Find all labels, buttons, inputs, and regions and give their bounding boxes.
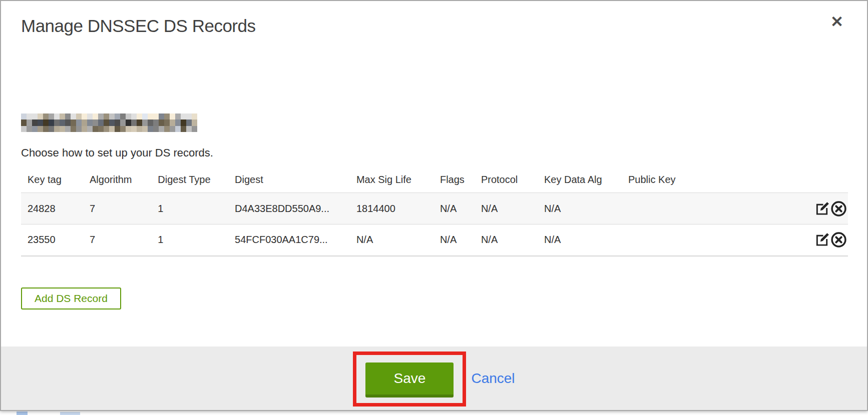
redacted-pixel (142, 126, 148, 132)
cell-protocol: N/A (475, 224, 538, 256)
cell-digest: 54FCF030AA1C79... (228, 224, 350, 256)
page-title: Manage DNSSEC DS Records (21, 16, 255, 36)
redacted-pixel (137, 114, 142, 120)
redacted-pixel (32, 126, 38, 132)
edit-icon (814, 232, 830, 248)
redacted-pixel (153, 114, 159, 120)
redacted-pixel (93, 114, 98, 120)
save-button[interactable]: Save (365, 362, 454, 398)
redacted-pixel (54, 114, 60, 120)
redacted-pixel (104, 114, 109, 120)
column-header-digest-type: Digest Type (151, 168, 228, 193)
save-annotation-highlight: Save (353, 352, 466, 406)
cell-digest: D4A33E8DD550A9... (228, 193, 350, 224)
redacted-pixel (49, 126, 54, 132)
delete-record-button[interactable] (830, 200, 847, 217)
background-page-fragment (17, 412, 28, 415)
column-header-digest: Digest (228, 168, 350, 193)
redacted-pixel (186, 114, 192, 120)
cell-max-sig-life: N/A (350, 224, 433, 256)
cell-key-tag: 24828 (21, 193, 83, 224)
redacted-pixel (175, 114, 181, 120)
redacted-pixel (159, 120, 164, 126)
redacted-pixel (153, 126, 159, 132)
column-header-algorithm: Algorithm (83, 168, 151, 193)
add-ds-record-button[interactable]: Add DS Record (21, 288, 121, 310)
redacted-pixel (98, 114, 104, 120)
redacted-pixel (192, 126, 197, 132)
redacted-pixel (38, 114, 43, 120)
edit-record-button[interactable] (814, 232, 830, 248)
redacted-pixel (142, 120, 148, 126)
redacted-pixel (71, 114, 76, 120)
column-header-public-key: Public Key (622, 168, 798, 193)
redacted-pixel (93, 120, 98, 126)
redacted-pixel (76, 114, 82, 120)
delete-record-button[interactable] (830, 232, 847, 248)
redacted-pixel (71, 126, 76, 132)
redacted-pixel (115, 126, 120, 132)
redacted-pixel (43, 120, 49, 126)
edit-record-button[interactable] (814, 201, 830, 216)
column-header-key-tag: Key tag (21, 168, 83, 193)
redacted-pixel (71, 120, 76, 126)
cell-actions (798, 193, 848, 224)
redacted-pixel (148, 114, 153, 120)
redacted-pixel (21, 126, 27, 132)
table-row: 23550 7 1 54FCF030AA1C79... N/A N/A N/A … (21, 224, 848, 256)
delete-icon (830, 232, 847, 248)
redacted-pixel (175, 120, 181, 126)
cell-digest-type: 1 (151, 224, 228, 256)
redacted-pixel (159, 114, 164, 120)
redacted-pixel (65, 120, 71, 126)
redacted-pixel (137, 120, 142, 126)
cell-digest-type: 1 (151, 193, 228, 224)
redacted-pixel (21, 120, 27, 126)
table-header-row: Key tag Algorithm Digest Type Digest Max… (21, 168, 848, 193)
modal-footer: Save Cancel (1, 346, 867, 410)
redacted-pixel (164, 114, 170, 120)
redacted-pixel (192, 114, 197, 120)
redacted-pixel (115, 120, 120, 126)
redacted-pixel (65, 126, 71, 132)
redacted-pixel (186, 126, 192, 132)
redacted-pixel (32, 114, 38, 120)
redacted-pixel (170, 126, 175, 132)
redacted-pixel (181, 120, 186, 126)
redacted-pixel (164, 120, 170, 126)
cell-flags: N/A (433, 193, 475, 224)
redacted-pixel (109, 126, 115, 132)
close-icon: ✕ (830, 13, 843, 30)
redacted-pixel (175, 126, 181, 132)
redacted-pixel (54, 120, 60, 126)
cell-key-data-alg: N/A (538, 224, 622, 256)
redacted-pixel (159, 126, 164, 132)
redacted-pixel (109, 120, 115, 126)
redacted-pixel (60, 114, 65, 120)
redacted-pixel (87, 120, 93, 126)
redacted-pixel (181, 126, 186, 132)
cell-protocol: N/A (475, 193, 538, 224)
redacted-pixel (87, 126, 93, 132)
redacted-pixel (27, 120, 32, 126)
setup-instructions: Choose how to set up your DS records. (21, 146, 213, 160)
close-button[interactable]: ✕ (828, 13, 846, 31)
cell-public-key (622, 193, 798, 224)
redacted-pixel (126, 126, 131, 132)
redacted-pixel (137, 126, 142, 132)
cancel-link[interactable]: Cancel (471, 370, 515, 386)
redacted-pixel (43, 126, 49, 132)
redacted-pixel (148, 126, 153, 132)
redacted-pixel (27, 126, 32, 132)
background-page-fragment (60, 412, 80, 415)
redacted-pixel (120, 114, 126, 120)
redacted-pixel (192, 120, 197, 126)
redacted-pixel (38, 126, 43, 132)
redacted-pixel (181, 114, 186, 120)
redacted-pixel (82, 120, 87, 126)
redacted-pixel (104, 126, 109, 132)
delete-icon (830, 200, 847, 217)
redacted-pixel (43, 114, 49, 120)
redacted-pixel (148, 120, 153, 126)
redacted-pixel (170, 120, 175, 126)
